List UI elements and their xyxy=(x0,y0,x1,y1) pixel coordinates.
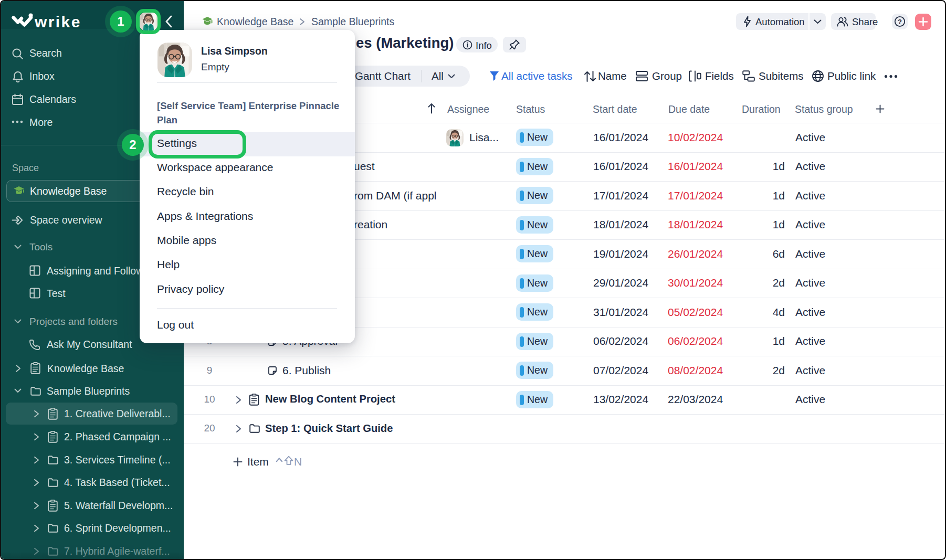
svg-text:?: ? xyxy=(898,18,902,26)
